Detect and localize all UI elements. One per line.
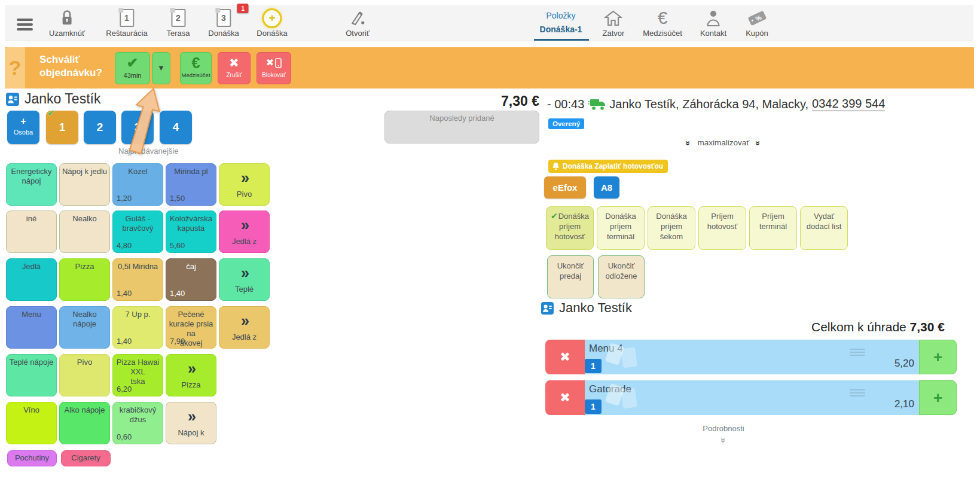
maximize-toggle[interactable]: » maximalizovať »	[686, 138, 761, 148]
action-button[interactable]: Príjem hotovosť	[698, 206, 746, 250]
remove-item-button[interactable]: ✖	[545, 340, 585, 374]
more-button[interactable]: »Jedlá z	[219, 210, 270, 253]
person-button-3[interactable]: 3	[121, 111, 154, 144]
toolbar-item-donaska[interactable]: 31Donáška	[208, 8, 239, 38]
product-button[interactable]: 0,5l Miridna1,40	[112, 258, 163, 301]
person-button-1[interactable]: ✔1	[46, 111, 78, 144]
more-label: Pivo	[221, 190, 267, 199]
category-button[interactable]: Pochutiny	[7, 450, 57, 466]
cell-label: Jedlá	[22, 262, 41, 271]
toolbar-item-kontakt[interactable]: Kontakt	[700, 8, 726, 38]
category-button[interactable]: Energeticky nápoj	[6, 163, 57, 206]
person-number: 4	[160, 111, 192, 144]
person-button-4[interactable]: 4	[160, 111, 192, 144]
add-person-button[interactable]: +Osoba	[7, 111, 39, 144]
phone-link[interactable]: 0342 399 544	[812, 97, 885, 111]
increase-qty-button[interactable]: +	[919, 340, 957, 374]
pen-icon	[346, 8, 370, 28]
toolbar-item-kupon[interactable]: %Kupón	[746, 8, 768, 38]
cell-label: Pochutiny	[15, 453, 49, 462]
block-customer-button[interactable]: ✖ Blokovať	[257, 52, 291, 84]
more-button[interactable]: »Jedlá z	[219, 306, 270, 349]
double-arrow-icon: »	[221, 217, 267, 233]
category-button[interactable]: Pizza	[59, 258, 110, 301]
category-button[interactable]: Nealko nápoje	[59, 306, 110, 349]
action-button[interactable]: Vydať dodací list	[800, 206, 848, 250]
order-item[interactable]: Menu 415,20	[585, 340, 919, 374]
category-button[interactable]: Jedlá	[6, 258, 57, 301]
product-button[interactable]: 7 Up p.1,40	[112, 306, 163, 349]
remove-item-button[interactable]: ✖	[545, 380, 585, 415]
toolbar-item-zatvor[interactable]: Zatvor	[603, 8, 625, 38]
product-button[interactable]: Mirinda pl1,50	[166, 163, 216, 206]
item-quantity-badge: 1	[585, 359, 602, 373]
tab-items-delivery[interactable]: Položky Donáška-1	[540, 11, 582, 34]
person-button-2[interactable]: 2	[84, 111, 116, 144]
category-button[interactable]: Nealko	[59, 210, 110, 253]
menu-icon[interactable]	[17, 16, 33, 33]
category-button[interactable]: Nápoj k jedlu	[59, 163, 110, 206]
action-button[interactable]: ✔Donáška príjem hotovosť	[546, 206, 594, 250]
cell-price: 0,60	[117, 432, 132, 442]
more-button[interactable]: »Nápoj k	[166, 402, 216, 444]
cell-label: iné	[26, 214, 36, 223]
category-button[interactable]: Cigarety	[61, 450, 111, 466]
product-button[interactable]: Kozel1,20	[112, 163, 163, 206]
more-button[interactable]: »Teplé	[219, 258, 270, 301]
double-chevron-down-icon: »	[718, 438, 728, 441]
person-number: 3	[121, 111, 154, 144]
category-button[interactable]: iné	[6, 210, 57, 253]
product-button[interactable]: Pečené kuracie prsia naákovej7,90	[166, 306, 216, 349]
approve-dropdown-button[interactable]: ▼	[152, 52, 170, 84]
banner-title: Schváliť objednávku?	[39, 53, 117, 80]
increase-qty-button[interactable]: +	[919, 380, 957, 415]
action-button[interactable]: Príjem terminál	[749, 206, 797, 250]
double-arrow-icon: »	[168, 361, 214, 376]
category-button[interactable]: Alko nápoje	[59, 402, 110, 444]
drag-handle-icon[interactable]	[850, 347, 865, 358]
printer-button-a8[interactable]: A8	[594, 176, 619, 199]
add-circle-icon: +	[257, 8, 287, 28]
product-button[interactable]: Koložvárska kapusta5,60	[166, 210, 216, 253]
approve-order-button[interactable]: ✔ 43min	[115, 52, 150, 84]
cell-label: Pizza	[75, 262, 94, 271]
details-toggle[interactable]: Podrobnosti »	[703, 424, 744, 445]
cell-label: Alko nápoje	[65, 405, 105, 414]
action-button[interactable]: Donáška príjem terminál	[597, 206, 645, 250]
drag-handle-icon[interactable]	[850, 388, 865, 398]
person-icon	[700, 8, 726, 28]
item-quantity-badge: 1	[585, 399, 602, 414]
category-button[interactable]: Menu	[6, 306, 57, 349]
toolbar-item-terasa[interactable]: 2Terasa	[166, 8, 190, 38]
double-arrow-icon: »	[168, 408, 214, 424]
check-icon: ✔	[551, 211, 558, 221]
toolbar-item-medzisucet[interactable]: €Medzisúčet	[643, 8, 682, 38]
toolbar-item-donaska-nova[interactable]: +Donáška	[257, 8, 287, 38]
finish-button[interactable]: Ukončiť odložene	[598, 255, 645, 298]
product-button[interactable]: Guláš - bravčový4,80	[112, 210, 163, 253]
cell-label: Nápoj k jedlu	[62, 167, 107, 176]
category-button[interactable]: Teplé nápoje	[6, 354, 57, 396]
category-button[interactable]: Víno	[6, 402, 57, 444]
toolbar-item-uzamknut[interactable]: Uzamknúť	[49, 8, 85, 38]
cell-price: 7,90	[170, 337, 185, 346]
category-button[interactable]: Pivo	[59, 354, 110, 396]
receipt-watermark-icon	[621, 388, 637, 408]
plus-icon: +	[7, 116, 39, 127]
product-button[interactable]: krabičkový džus0,60	[112, 402, 163, 444]
action-button[interactable]: Donáška príjem šekom	[648, 206, 695, 250]
subtotal-button[interactable]: € Medzisúčet	[180, 52, 212, 84]
more-button[interactable]: »Pivo	[219, 163, 270, 206]
toolbar-item-restauracia[interactable]: 1Reštaurácia	[106, 8, 147, 38]
finish-button[interactable]: Ukončiť predaj	[547, 255, 594, 298]
cancel-order-button[interactable]: ✖ Zrušiť	[218, 52, 251, 84]
toolbar-item-otvorit[interactable]: Otvoriť	[346, 8, 370, 38]
cell-label: 0,5l Miridna	[118, 262, 158, 271]
verified-badge: Overený	[548, 118, 584, 129]
more-button[interactable]: »Pizza	[166, 354, 216, 396]
order-total-line: Celkom k úhrade 7,30 €	[811, 320, 945, 334]
printer-button-eefox[interactable]: eEfox	[544, 176, 586, 199]
product-button[interactable]: Pizza Hawai XXLtska6,20	[112, 354, 163, 396]
product-button[interactable]: čaj1,40	[166, 258, 216, 301]
order-item[interactable]: Gatorade12,10	[585, 380, 919, 415]
